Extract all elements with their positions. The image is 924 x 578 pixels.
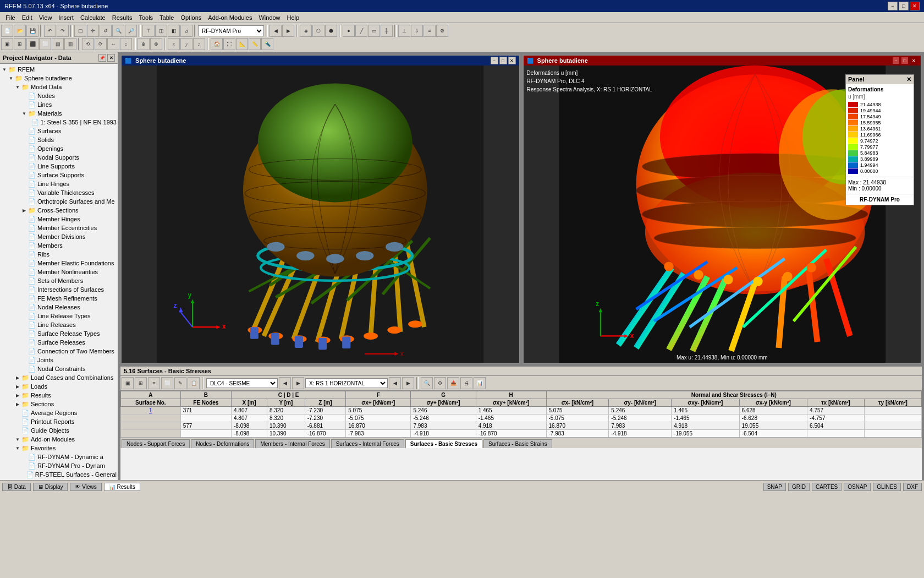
tree-item-sets-of-members[interactable]: 📄 Sets of Members: [0, 276, 118, 285]
table-next2[interactable]: ▶: [402, 377, 414, 389]
tb-render[interactable]: ◈: [300, 25, 312, 37]
tree-item-openings[interactable]: 📄 Openings: [0, 144, 118, 153]
left-view-close[interactable]: ✕: [508, 57, 516, 64]
tree-item-member-nonlinearities[interactable]: 📄 Member Nonlinearities: [0, 268, 118, 276]
tb-open[interactable]: 📂: [14, 25, 26, 37]
tree-item-fav2[interactable]: 📄 RF-DYNAM Pro - Dynam: [0, 461, 118, 470]
tb2-17[interactable]: ⛶: [223, 38, 235, 50]
tree-item-sphere[interactable]: ▼ 📁 Sphere butadiene: [0, 74, 118, 83]
tb-member[interactable]: ╫: [381, 25, 393, 37]
tb2-7[interactable]: ⟲: [82, 38, 94, 50]
tb-view-3d[interactable]: ⊿: [180, 25, 193, 37]
table-tab-1[interactable]: Nodes - Deformations: [191, 439, 254, 448]
tree-toggle-sections[interactable]: ▶: [14, 401, 21, 407]
tree-item-ribs[interactable]: 📄 Ribs: [0, 250, 118, 259]
tb-surface[interactable]: ▭: [368, 25, 380, 37]
tb2-14[interactable]: 𝑦: [180, 38, 193, 50]
right-view-maximize[interactable]: □: [901, 57, 909, 64]
table-filter[interactable]: 🔍: [421, 377, 433, 389]
tb2-4[interactable]: ⬜: [39, 38, 51, 50]
tb-rotate[interactable]: ↺: [100, 25, 112, 37]
status-dxf[interactable]: DXF: [903, 483, 922, 491]
tree-item-average-regions[interactable]: 📄 Average Regions: [0, 408, 118, 417]
status-grid[interactable]: GRID: [788, 483, 810, 491]
left-view-maximize[interactable]: □: [499, 57, 507, 64]
menu-file[interactable]: File: [2, 13, 19, 22]
menu-window[interactable]: Window: [255, 13, 283, 22]
sidebar-pin[interactable]: 📌: [98, 54, 106, 62]
menu-help[interactable]: Help: [284, 13, 303, 22]
right-view-minimize[interactable]: −: [892, 57, 900, 64]
tb-new[interactable]: 📄: [1, 25, 13, 37]
tree-item-lines[interactable]: 📄 Lines: [0, 100, 118, 109]
tree-item-nodal-constraints[interactable]: 📄 Nodal Constraints: [0, 364, 118, 373]
tb2-8[interactable]: ⟳: [95, 38, 107, 50]
tree-toggle-loads[interactable]: ▶: [14, 383, 21, 390]
tree-item-orthotropic[interactable]: 📄 Orthotropic Surfaces and Me: [0, 197, 118, 206]
tb-next[interactable]: ▶: [282, 25, 294, 37]
tree-toggle-results[interactable]: ▶: [14, 392, 21, 399]
tree-item-surfaces[interactable]: 📄 Surfaces: [0, 127, 118, 135]
tree-toggle-load-cases[interactable]: ▶: [14, 374, 21, 381]
tree-item-results[interactable]: ▶ 📁 Results: [0, 391, 118, 400]
table-prev1[interactable]: ◀: [279, 377, 291, 389]
left-view-minimize[interactable]: −: [491, 57, 498, 64]
menu-calculate[interactable]: Calculate: [77, 13, 109, 22]
table-tab-4[interactable]: Surfaces - Basic Stresses: [405, 439, 482, 448]
tb2-6[interactable]: ▥: [64, 38, 76, 50]
menu-edit[interactable]: Edit: [19, 13, 36, 22]
tb2-16[interactable]: 🏠: [211, 38, 223, 50]
menu-view[interactable]: View: [36, 13, 56, 22]
status-snap[interactable]: SNAP: [763, 483, 786, 491]
tree-item-variable-thicknesses[interactable]: 📄 Variable Thicknesses: [0, 188, 118, 197]
tree-item-solids[interactable]: 📄 Solids: [0, 135, 118, 144]
tb-result[interactable]: ≡: [424, 25, 436, 37]
tree-item-load-cases[interactable]: ▶ 📁 Load Cases and Combinations: [0, 373, 118, 382]
tb-wire[interactable]: ⬡: [312, 25, 324, 37]
tree-toggle-materials[interactable]: ▼: [21, 110, 28, 117]
tree-item-surface-releases[interactable]: 📄 Surface Releases: [0, 338, 118, 347]
tree-item-member-elastic[interactable]: 📄 Member Elastic Foundations: [0, 259, 118, 268]
status-tab-data[interactable]: 🗄 Data: [2, 483, 31, 491]
menu-options[interactable]: Options: [177, 13, 205, 22]
menu-addons[interactable]: Add-on Modules: [205, 13, 255, 22]
minimize-button[interactable]: −: [888, 2, 898, 10]
tb2-3[interactable]: ⬛: [26, 38, 38, 50]
table-graph[interactable]: 📊: [474, 377, 486, 389]
table-export[interactable]: 📤: [447, 377, 459, 389]
tree-item-mat1[interactable]: 📄 1: Steel S 355 | NF EN 1993: [0, 118, 118, 127]
table-next1[interactable]: ▶: [292, 377, 304, 389]
table-tab-5[interactable]: Surfaces - Basic Strains: [483, 439, 552, 448]
tb-save[interactable]: 💾: [26, 25, 38, 37]
tree-item-joints[interactable]: 📄 Joints: [0, 356, 118, 364]
tree-item-members[interactable]: 📄 Members: [0, 241, 118, 250]
tb2-10[interactable]: ↕: [120, 38, 132, 50]
tb-view-front[interactable]: ◫: [155, 25, 167, 37]
tree-item-member-divisions[interactable]: 📄 Member Divisions: [0, 232, 118, 241]
tree-item-intersections[interactable]: 📄 Intersections of Surfaces: [0, 285, 118, 294]
tb2-19[interactable]: 📏: [249, 38, 261, 50]
tree-item-addon-modules[interactable]: ▼ 📁 Add-on Modules: [0, 435, 118, 444]
menu-table[interactable]: Table: [156, 13, 177, 22]
menu-insert[interactable]: Insert: [55, 13, 77, 22]
tb-dynpro-select[interactable]: RF-DYNAM Pro: [198, 25, 264, 36]
table-select-dlc[interactable]: DLC4 - SEISME: [206, 378, 278, 388]
tb-load[interactable]: ⇩: [411, 25, 423, 37]
sidebar-close[interactable]: ✕: [107, 54, 115, 62]
right-view-close[interactable]: ✕: [910, 57, 917, 64]
table-print[interactable]: 🖨: [460, 377, 472, 389]
tree-item-connection-two-members[interactable]: 📄 Connection of Two Members: [0, 347, 118, 356]
tb2-15[interactable]: 𝑧: [193, 38, 205, 50]
tree-item-line-supports[interactable]: 📄 Line Supports: [0, 162, 118, 171]
tb-undo[interactable]: ↶: [44, 25, 56, 37]
tree-item-cross-sections[interactable]: ▶ 📁 Cross-Sections: [0, 206, 118, 215]
table-prev2[interactable]: ◀: [389, 377, 401, 389]
cell-no[interactable]: 1: [121, 407, 181, 415]
tb2-1[interactable]: ▣: [1, 38, 13, 50]
table-tb1[interactable]: ▣: [122, 377, 134, 389]
tb2-5[interactable]: ▤: [52, 38, 64, 50]
tree-item-printout-reports[interactable]: 📄 Printout Reports: [0, 417, 118, 426]
table-tb5[interactable]: ✎: [174, 377, 186, 389]
tree-item-fav3[interactable]: 📄 RF-STEEL Surfaces - General: [0, 470, 118, 479]
tb2-12[interactable]: ⊗: [150, 38, 162, 50]
